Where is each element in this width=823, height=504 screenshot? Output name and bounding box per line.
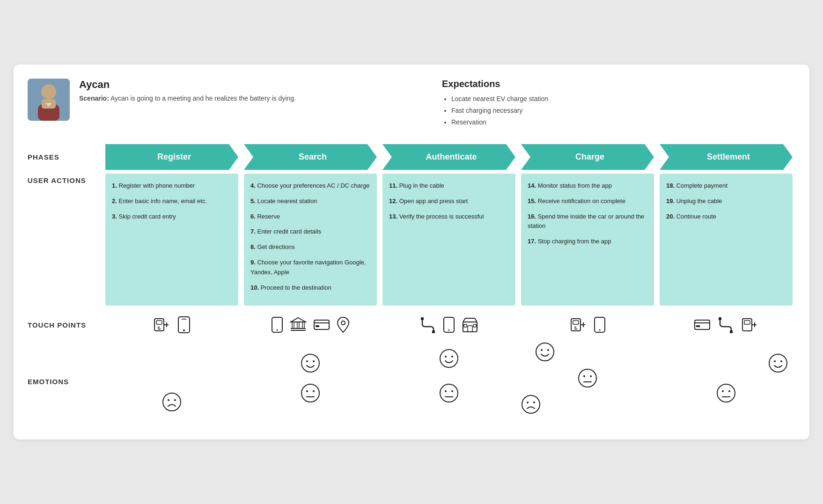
- svg-rect-26: [421, 317, 424, 320]
- cable-icon: [419, 316, 436, 333]
- emotions-label-cell: EMOTIONS: [28, 342, 103, 421]
- action-item: 7. Enter credit card details: [250, 227, 370, 237]
- mobile-icon: [177, 316, 191, 334]
- persona-info: Aycan Scenario: Aycan is going to a meet…: [79, 79, 433, 103]
- svg-point-1: [41, 84, 56, 99]
- svg-rect-48: [744, 321, 750, 324]
- action-authenticate-cell: 11. Plug in the cable 12. Open app and p…: [380, 172, 518, 307]
- persona-header: Aycan Scenario: Aycan is going to a meet…: [28, 79, 795, 129]
- svg-rect-32: [464, 324, 467, 327]
- action-item: 19. Unplug the cable: [666, 197, 786, 206]
- action-item: 4. Choose your preferences AC / DC charg…: [250, 181, 370, 191]
- emotions-authenticate-cell: [380, 342, 518, 421]
- action-item: 6. Reserve: [250, 212, 370, 222]
- ev-charger-icon: [153, 316, 170, 334]
- neutral-emotion-search: [301, 383, 320, 405]
- action-item: 20. Continue route: [666, 212, 786, 222]
- action-item: 17. Stop charging from the app: [528, 237, 647, 247]
- action-item: 18. Complete payment: [666, 181, 786, 191]
- credit-card-icon: [313, 319, 330, 331]
- search-action-list: 4. Choose your preferences AC / DC charg…: [250, 181, 370, 292]
- svg-point-59: [313, 390, 315, 392]
- emotions-settlement-cell: [657, 342, 795, 421]
- happy-emotion-charge: [535, 342, 555, 364]
- journey-map-card: Aycan Scenario: Aycan is going to a meet…: [14, 65, 809, 440]
- emotions-register-cell: [103, 342, 241, 421]
- svg-point-69: [541, 349, 543, 351]
- user-actions-label-cell: USER ACTIONS: [28, 172, 103, 307]
- persona-scenario: Scenario: Aycan is going to a meeting an…: [79, 94, 433, 103]
- svg-point-76: [527, 402, 529, 403]
- action-item: 9. Choose your favorite navigation Googl…: [250, 258, 370, 278]
- touch-authenticate-cell: [380, 307, 518, 342]
- svg-point-51: [163, 393, 181, 411]
- action-item: 2. Enter basic info name, email etc.: [112, 197, 232, 206]
- svg-point-58: [306, 390, 308, 392]
- svg-point-29: [448, 329, 450, 331]
- touch-settlement-cell: [657, 307, 795, 342]
- svg-point-71: [579, 369, 596, 387]
- action-settlement-cell: 18. Complete payment 19. Unplug the cabl…: [657, 172, 795, 307]
- phase-settlement-cell: Settlement: [657, 142, 795, 172]
- action-item: 8. Get directions: [250, 242, 370, 252]
- cable2-icon: [717, 316, 734, 333]
- svg-rect-42: [695, 320, 710, 329]
- svg-point-65: [445, 390, 447, 392]
- svg-point-75: [522, 395, 540, 413]
- action-settlement-box: 18. Complete payment 19. Unplug the cabl…: [660, 174, 793, 306]
- kiosk-icon: [462, 316, 478, 333]
- happy-emotion-auth: [439, 349, 459, 370]
- location-pin-icon: [337, 316, 350, 333]
- svg-rect-46: [730, 330, 733, 333]
- svg-point-41: [599, 329, 601, 331]
- svg-point-83: [728, 390, 730, 392]
- expectation-item: Fast charging necessary: [451, 105, 795, 117]
- svg-point-55: [306, 360, 308, 362]
- sad-emotion-register: [162, 392, 182, 416]
- svg-point-15: [277, 329, 278, 331]
- emotions-charge-cell: [518, 342, 657, 421]
- action-register-box: 1. Register with phone number 2. Enter b…: [105, 174, 238, 306]
- phone2-icon: [443, 316, 455, 333]
- action-authenticate-box: 11. Plug in the cable 12. Open app and p…: [382, 174, 515, 306]
- settlement-action-list: 18. Complete payment 19. Unplug the cabl…: [666, 181, 786, 221]
- action-item: 14. Monitor status from the app: [528, 181, 647, 191]
- svg-point-82: [722, 390, 724, 392]
- svg-point-25: [341, 321, 345, 325]
- action-item: 10. Proceed to the destination: [250, 283, 370, 293]
- neutral-emotion-auth: [439, 383, 459, 405]
- action-register-cell: 1. Register with phone number 2. Enter b…: [103, 172, 241, 307]
- svg-point-77: [533, 402, 535, 403]
- ev-charger2-icon: [569, 316, 587, 334]
- charge-action-list: 14. Monitor status from the app 15. Rece…: [528, 181, 647, 247]
- sad-emotion-charge: [521, 394, 541, 416]
- svg-point-54: [301, 354, 319, 372]
- persona-name: Aycan: [79, 79, 433, 91]
- action-charge-box: 14. Monitor status from the app 15. Rece…: [521, 174, 654, 306]
- journey-grid: PHASES Register Search Authenticate Char…: [28, 142, 795, 421]
- expectation-item: Locate nearest EV charge station: [451, 93, 795, 105]
- svg-point-70: [547, 349, 549, 351]
- touch-register-cell: [103, 307, 241, 342]
- svg-point-63: [451, 356, 453, 358]
- svg-point-52: [168, 399, 169, 401]
- user-actions-label: USER ACTIONS: [28, 176, 86, 184]
- svg-rect-17: [292, 322, 294, 329]
- expectation-item: Reservation: [451, 117, 795, 128]
- phase-settlement-arrow: Settlement: [660, 144, 793, 170]
- svg-point-72: [583, 375, 585, 377]
- expectations-section: Expectations Locate nearest EV charge st…: [442, 79, 795, 129]
- ev-charger3-icon: [741, 316, 758, 334]
- phase-charge-cell: Charge: [518, 142, 657, 172]
- svg-rect-6: [156, 321, 162, 324]
- svg-rect-24: [316, 325, 319, 327]
- svg-rect-22: [314, 320, 329, 329]
- neutral-emotion-settlement: [716, 383, 736, 405]
- svg-point-64: [440, 384, 458, 402]
- action-item: 12. Open app and press start: [389, 197, 509, 206]
- phase-search-cell: Search: [241, 142, 380, 172]
- touch-search-cell: [241, 307, 380, 342]
- svg-rect-35: [573, 321, 579, 324]
- touch-points-label-cell: TOUCH POINTS: [28, 307, 103, 342]
- phase-register-arrow: Register: [105, 144, 238, 170]
